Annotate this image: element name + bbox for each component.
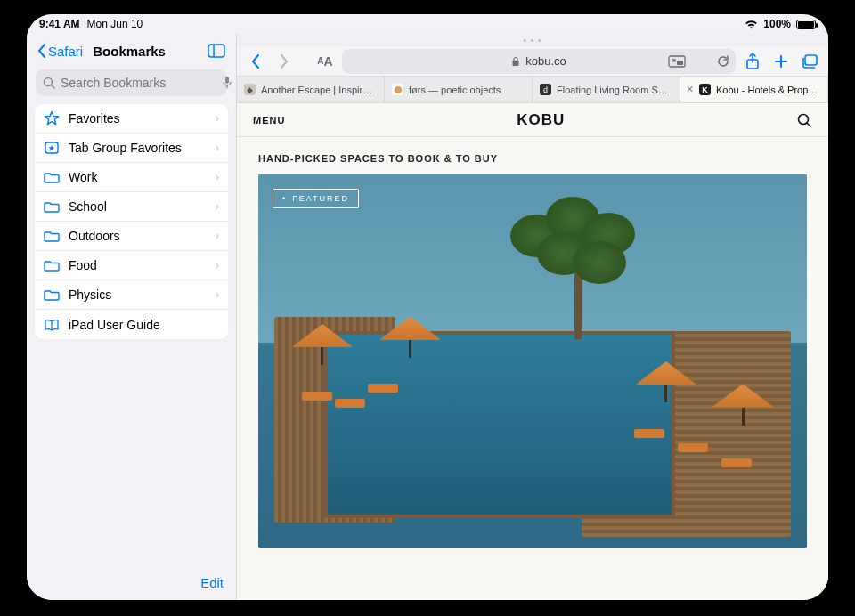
close-tab-icon[interactable]: ✕ — [686, 84, 694, 95]
sidebar-item-label: iPad User Guide — [69, 318, 160, 332]
chevron-right-icon: › — [216, 112, 219, 125]
tab-floating-living-room[interactable]: d Floating Living Room Se… — [533, 77, 680, 102]
status-bar: 9:41 AM Mon Jun 10 100% — [27, 14, 828, 34]
chevron-right-icon: › — [216, 171, 219, 183]
status-date: Mon Jun 10 — [87, 18, 143, 30]
browser-main: • • • AA k — [237, 34, 828, 600]
tab-fors[interactable]: førs — poetic objects — [385, 77, 533, 102]
sidebar-item-outdoors[interactable]: Outdoors › — [35, 222, 228, 251]
featured-badge: FEATURED — [273, 189, 359, 208]
screen: 9:41 AM Mon Jun 10 100% Safari Boo — [27, 14, 828, 600]
toggle-sidebar-button[interactable] — [208, 44, 225, 58]
chevron-right-icon: › — [216, 142, 219, 154]
chevron-right-icon: › — [216, 230, 219, 242]
battery-icon — [796, 20, 816, 29]
sidebar-item-label: Tab Group Favorites — [69, 141, 182, 155]
bookmarks-sidebar: Safari Bookmarks — [27, 34, 237, 600]
search-bookmarks-field[interactable] — [36, 69, 227, 96]
tab-another-escape[interactable]: ◆ Another Escape | Inspir… — [237, 77, 385, 102]
sidebar-item-label: Food — [69, 258, 97, 272]
favicon-icon: d — [540, 84, 551, 95]
bookmarks-list: Favorites › Tab Group Favorites › Work › — [34, 103, 229, 340]
search-bookmarks-input[interactable] — [61, 76, 216, 90]
star-outline-icon — [44, 110, 60, 126]
svg-rect-7 — [513, 61, 519, 66]
site-menu-button[interactable]: MENU — [253, 115, 285, 126]
featured-label: FEATURED — [292, 194, 349, 203]
site-header: MENU KOBU — [237, 103, 828, 137]
wifi-icon — [745, 20, 758, 29]
tab-kobu[interactable]: ✕ K Kobu - Hotels & Propert… — [680, 77, 828, 102]
battery-percent: 100% — [763, 18, 791, 30]
sidebar-item-ipad-user-guide[interactable]: iPad User Guide — [35, 310, 228, 339]
tab-label: Kobu - Hotels & Propert… — [716, 85, 820, 95]
book-icon — [44, 317, 60, 333]
share-button[interactable] — [741, 50, 764, 73]
svg-rect-11 — [805, 55, 817, 65]
favicon-icon: K — [699, 84, 711, 95]
dictation-icon[interactable] — [222, 76, 232, 90]
sidebar-item-label: Physics — [69, 288, 111, 302]
reload-button[interactable] — [716, 54, 730, 69]
sidebar-item-physics[interactable]: Physics › — [35, 280, 228, 310]
sidebar-item-label: Outdoors — [69, 229, 120, 243]
folder-icon — [44, 257, 60, 273]
lock-icon — [511, 56, 520, 67]
tab-label: Another Escape | Inspir… — [261, 85, 372, 95]
sidebar-item-work[interactable]: Work › — [35, 163, 228, 192]
chevron-right-icon: › — [216, 200, 219, 213]
chevron-right-icon: › — [216, 259, 219, 272]
webpage-content: MENU KOBU HAND-PICKED SPACES TO BOOK & T… — [237, 103, 828, 600]
hero-image[interactable]: FEATURED — [258, 174, 807, 548]
multitask-grabber[interactable]: • • • — [237, 34, 828, 46]
url-text: kobu.co — [525, 54, 566, 68]
nav-back-button[interactable] — [244, 50, 267, 73]
edit-button[interactable]: Edit — [200, 575, 224, 590]
browser-toolbar: AA kobu.co — [237, 46, 828, 77]
search-icon — [43, 77, 55, 89]
status-time: 9:41 AM — [39, 18, 80, 30]
svg-rect-4 — [225, 77, 229, 84]
folder-icon — [44, 199, 60, 215]
svg-rect-0 — [208, 45, 224, 57]
site-tagline: HAND-PICKED SPACES TO BOOK & TO BUY — [237, 137, 828, 174]
folder-icon — [44, 228, 60, 244]
favicon-icon — [392, 84, 403, 95]
nav-forward-button — [273, 50, 296, 73]
sidebar-item-school[interactable]: School › — [35, 192, 228, 222]
site-search-button[interactable] — [796, 112, 812, 128]
sidebar-title: Bookmarks — [51, 44, 208, 59]
folder-icon — [44, 169, 60, 185]
favicon-icon: ◆ — [244, 84, 256, 95]
sidebar-item-label: School — [69, 199, 107, 214]
folder-icon — [44, 287, 60, 303]
address-bar[interactable]: kobu.co — [342, 49, 736, 74]
tabgroup-star-icon — [44, 140, 60, 156]
svg-rect-9 — [677, 61, 683, 65]
svg-line-3 — [52, 85, 55, 89]
new-tab-button[interactable] — [770, 50, 793, 73]
svg-line-13 — [807, 123, 810, 126]
sidebar-item-favorites[interactable]: Favorites › — [35, 104, 228, 134]
tab-label: Floating Living Room Se… — [557, 85, 672, 95]
pip-button[interactable] — [668, 55, 686, 68]
tabs-overview-button[interactable] — [798, 50, 821, 73]
ipad-device-frame: 9:41 AM Mon Jun 10 100% Safari Boo — [0, 0, 855, 616]
sidebar-item-label: Favorites — [69, 111, 120, 126]
sidebar-item-label: Work — [69, 170, 97, 184]
page-settings-button[interactable]: AA — [314, 50, 337, 73]
sidebar-item-food[interactable]: Food › — [35, 251, 228, 280]
site-logo[interactable]: KOBU — [517, 111, 565, 129]
chevron-right-icon: › — [216, 288, 219, 301]
tab-strip: ◆ Another Escape | Inspir… førs — poetic… — [237, 77, 828, 103]
sidebar-item-tabgroup-favorites[interactable]: Tab Group Favorites › — [35, 134, 228, 163]
tab-label: førs — poetic objects — [409, 85, 501, 95]
